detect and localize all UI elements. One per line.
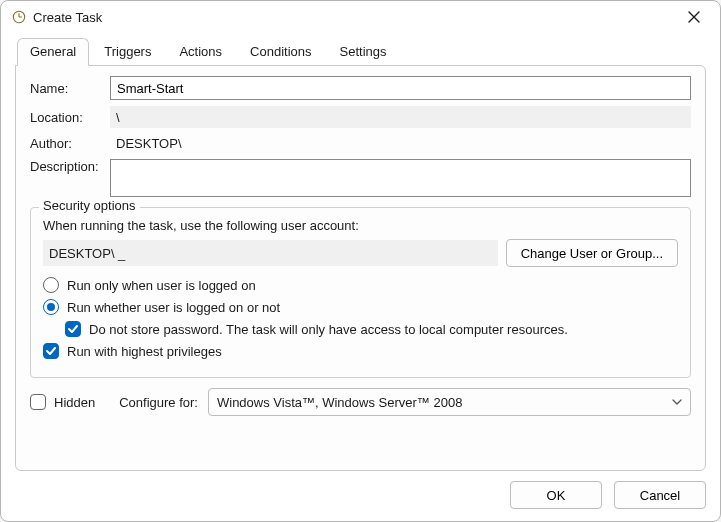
run-logged-on-label: Run only when user is logged on <box>67 278 256 293</box>
run-logged-on-option[interactable]: Run only when user is logged on <box>43 277 678 293</box>
close-icon <box>688 11 700 23</box>
checkbox-icon <box>30 394 46 410</box>
radio-icon <box>43 299 59 315</box>
create-task-dialog: Create Task General Triggers Actions Con… <box>0 0 721 522</box>
security-options-group: Security options When running the task, … <box>30 207 691 378</box>
window-title: Create Task <box>33 10 102 25</box>
dialog-buttons: OK Cancel <box>15 471 706 509</box>
clock-icon <box>11 9 27 25</box>
change-user-button[interactable]: Change User or Group... <box>506 239 678 267</box>
user-account-field: DESKTOP\ _ <box>43 240 498 266</box>
cancel-button[interactable]: Cancel <box>614 481 706 509</box>
location-value: \ <box>110 106 691 128</box>
hidden-label: Hidden <box>54 395 95 410</box>
checkbox-icon <box>43 343 59 359</box>
hidden-option[interactable]: Hidden <box>30 394 95 410</box>
name-label: Name: <box>30 81 110 96</box>
titlebar: Create Task <box>1 1 720 33</box>
tab-settings[interactable]: Settings <box>327 38 400 66</box>
configure-for-label: Configure for: <box>119 395 198 410</box>
tab-conditions[interactable]: Conditions <box>237 38 324 66</box>
location-label: Location: <box>30 110 110 125</box>
tabpanel-general: Name: Location: \ Author: DESKTOP\ Descr… <box>15 65 706 471</box>
author-label: Author: <box>30 136 110 151</box>
description-label: Description: <box>30 159 110 174</box>
configure-for-select[interactable]: Windows Vista™, Windows Server™ 2008 <box>208 388 691 416</box>
run-whether-label: Run whether user is logged on or not <box>67 300 280 315</box>
no-store-password-label: Do not store password. The task will onl… <box>89 322 568 337</box>
highest-privileges-option[interactable]: Run with highest privileges <box>43 343 678 359</box>
run-whether-option[interactable]: Run whether user is logged on or not <box>43 299 678 315</box>
close-button[interactable] <box>676 3 712 31</box>
no-store-password-option[interactable]: Do not store password. The task will onl… <box>65 321 678 337</box>
radio-icon <box>43 277 59 293</box>
tab-general[interactable]: General <box>17 38 89 66</box>
name-input[interactable] <box>110 76 691 100</box>
chevron-down-icon <box>672 395 682 410</box>
security-legend: Security options <box>39 198 140 213</box>
highest-privileges-label: Run with highest privileges <box>67 344 222 359</box>
security-caption: When running the task, use the following… <box>43 218 678 233</box>
checkbox-icon <box>65 321 81 337</box>
description-input[interactable] <box>110 159 691 197</box>
author-value: DESKTOP\ <box>110 134 691 153</box>
tabstrip: General Triggers Actions Conditions Sett… <box>15 37 706 65</box>
tab-triggers[interactable]: Triggers <box>91 38 164 66</box>
ok-button[interactable]: OK <box>510 481 602 509</box>
tab-actions[interactable]: Actions <box>166 38 235 66</box>
configure-for-value: Windows Vista™, Windows Server™ 2008 <box>217 395 462 410</box>
